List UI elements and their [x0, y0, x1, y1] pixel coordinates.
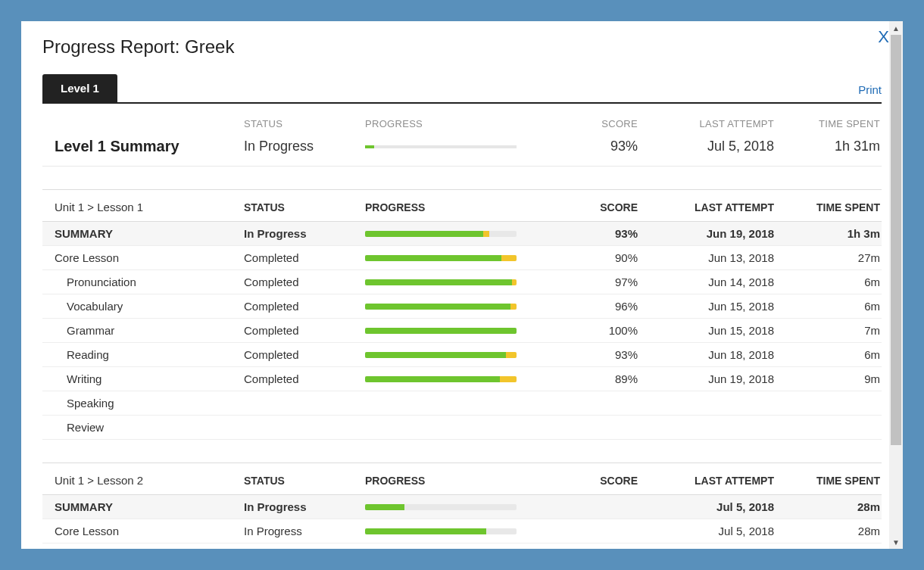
summary-time-spent: 1h 31m [774, 139, 880, 154]
row-last-attempt: Jun 19, 2018 [638, 372, 774, 385]
scrollbar[interactable]: ▲ ▼ [889, 21, 903, 549]
lesson-breadcrumb: Unit 1 > Lesson 2 [55, 474, 244, 487]
tab-bar: Level 1 Print [42, 74, 882, 104]
report-panel: X Progress Report: Greek Level 1 Print S… [21, 21, 903, 549]
col-header-status: STATUS [244, 475, 365, 487]
progress-bar [365, 376, 517, 382]
row-progress [365, 304, 532, 310]
col-header-status: STATUS [244, 201, 365, 213]
col-header-score: SCORE [532, 475, 638, 487]
row-last-attempt: Jun 19, 2018 [638, 227, 774, 240]
row-last-attempt: Jun 15, 2018 [638, 324, 774, 337]
summary-last-attempt: Jul 5, 2018 [638, 139, 774, 154]
table-row: Speaking [42, 391, 882, 416]
row-time-spent: 1h 3m [774, 227, 880, 240]
row-last-attempt: Jun 15, 2018 [638, 300, 774, 313]
col-header-progress: PROGRESS [365, 201, 532, 213]
report-content: Progress Report: Greek Level 1 Print STA… [21, 21, 903, 549]
row-label: SUMMARY [55, 500, 244, 513]
row-status: In Progress [244, 525, 365, 537]
close-button[interactable]: X [878, 27, 889, 47]
scroll-thumb[interactable] [891, 35, 901, 445]
row-status: In Progress [244, 227, 365, 240]
progress-bar [365, 504, 517, 510]
row-label: Review [55, 421, 244, 434]
level-summary: STATUS PROGRESS SCORE LAST ATTEMPT TIME … [42, 104, 882, 167]
row-progress [365, 528, 532, 534]
row-time-spent: 6m [774, 300, 880, 313]
col-header-progress: PROGRESS [365, 475, 532, 487]
row-last-attempt: Jul 5, 2018 [638, 500, 774, 513]
table-row: Pronunciation Completed 97% Jun 14, 2018… [42, 270, 882, 294]
progress-bar [365, 352, 517, 358]
table-row: Vocabulary Completed 96% Jun 15, 2018 6m [42, 294, 882, 319]
row-label: Core Lesson [55, 251, 244, 264]
table-row: Grammar Completed 100% Jun 15, 2018 7m [42, 319, 882, 343]
row-last-attempt: Jun 13, 2018 [638, 251, 774, 264]
progress-bar [365, 279, 517, 285]
row-score: 100% [532, 324, 638, 337]
row-status: In Progress [244, 500, 365, 513]
table-row: Reading Completed 93% Jun 18, 2018 6m [42, 343, 882, 367]
row-label: SUMMARY [55, 227, 244, 240]
row-score: 96% [532, 300, 638, 313]
row-last-attempt: Jul 5, 2018 [638, 525, 774, 537]
progress-bar [365, 328, 517, 334]
row-label: Pronunciation [55, 276, 244, 288]
scroll-track[interactable] [889, 35, 903, 535]
table-row: Core Lesson Completed 90% Jun 13, 2018 2… [42, 246, 882, 270]
row-label: Speaking [55, 397, 244, 410]
col-header-time-spent: TIME SPENT [774, 201, 880, 213]
lesson-header: Unit 1 > Lesson 2 STATUS PROGRESS SCORE … [42, 463, 882, 495]
row-status: Completed [244, 372, 365, 385]
lesson-summary-row: SUMMARY In Progress Jul 5, 2018 28m [42, 495, 882, 519]
row-time-spent: 6m [774, 348, 880, 361]
summary-title: Level 1 Summary [55, 138, 244, 155]
lesson-summary-row: SUMMARY In Progress 93% Jun 19, 2018 1h … [42, 222, 882, 246]
row-status: Completed [244, 300, 365, 313]
row-progress [365, 255, 532, 261]
row-last-attempt: Jun 18, 2018 [638, 348, 774, 361]
progress-bar [365, 304, 517, 310]
row-label: Writing [55, 372, 244, 385]
col-header-progress: PROGRESS [365, 118, 532, 129]
row-label: Core Lesson [55, 525, 244, 537]
row-label: Vocabulary [55, 300, 244, 313]
row-time-spent: 28m [774, 500, 880, 513]
col-header-time-spent: TIME SPENT [774, 118, 880, 129]
row-time-spent: 6m [774, 276, 880, 288]
tab-level-1[interactable]: Level 1 [42, 74, 117, 102]
col-header-score: SCORE [532, 118, 638, 129]
col-header-last-attempt: LAST ATTEMPT [638, 201, 774, 213]
summary-status: In Progress [244, 139, 365, 154]
table-row: Writing Completed 89% Jun 19, 2018 9m [42, 367, 882, 391]
col-header-last-attempt: LAST ATTEMPT [638, 475, 774, 487]
row-score: 90% [532, 251, 638, 264]
print-link[interactable]: Print [858, 83, 882, 102]
row-score: 93% [532, 227, 638, 240]
row-score: 89% [532, 372, 638, 385]
row-time-spent: 9m [774, 372, 880, 385]
row-progress [365, 279, 532, 285]
col-header-status: STATUS [244, 118, 365, 129]
progress-bar [365, 231, 517, 237]
table-row: Core Lesson In Progress Jul 5, 2018 28m [42, 519, 882, 544]
scroll-up-button[interactable]: ▲ [889, 21, 903, 35]
lesson-header: Unit 1 > Lesson 1 STATUS PROGRESS SCORE … [42, 189, 882, 222]
lesson-breadcrumb: Unit 1 > Lesson 1 [55, 201, 244, 213]
col-header-score: SCORE [532, 201, 638, 213]
col-header-last-attempt: LAST ATTEMPT [638, 118, 774, 129]
row-score: 97% [532, 276, 638, 288]
scroll-down-button[interactable]: ▼ [889, 535, 903, 549]
page-title: Progress Report: Greek [42, 36, 882, 58]
row-status: Completed [244, 324, 365, 337]
row-progress [365, 352, 532, 358]
table-row: Review [42, 416, 882, 440]
progress-bar [365, 528, 517, 534]
row-status: Completed [244, 251, 365, 264]
row-last-attempt: Jun 14, 2018 [638, 276, 774, 288]
row-score: 93% [532, 348, 638, 361]
row-status: Completed [244, 276, 365, 288]
progress-bar [365, 255, 517, 261]
row-progress [365, 328, 532, 334]
